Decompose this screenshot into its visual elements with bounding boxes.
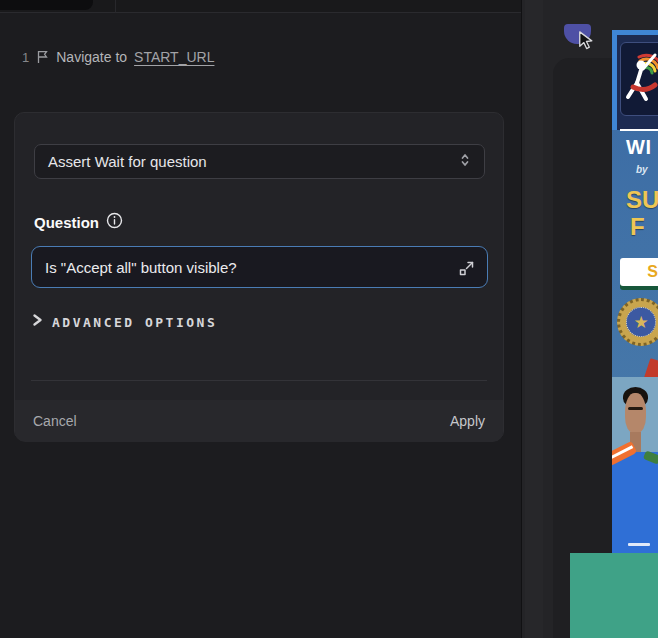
top-bar-divider [115, 0, 116, 13]
question-input[interactable] [31, 246, 488, 288]
player-photo [612, 377, 658, 553]
player-brow [628, 407, 643, 410]
top-bar-tab [0, 0, 93, 10]
step-number: 1 [22, 50, 29, 65]
site-promo-line1: SU [626, 186, 658, 213]
photo-caption-mark [628, 543, 650, 546]
site-byline-text: by [636, 164, 648, 175]
card-footer: Cancel Apply [15, 400, 503, 442]
question-label-row: Question [34, 212, 123, 233]
cancel-button[interactable]: Cancel [33, 413, 77, 429]
step-row-navigate[interactable]: 1 Navigate to START_URL [22, 49, 214, 65]
site-hero-section [612, 30, 658, 130]
mouse-cursor-icon [574, 29, 597, 52]
chevron-right-icon [32, 313, 43, 331]
assertion-type-value: Assert Wait for question [48, 153, 458, 170]
site-cta-text: S [647, 263, 658, 281]
preview-panel-strip [525, 0, 543, 638]
cricket-logo [620, 42, 658, 116]
player-face [625, 393, 646, 433]
step-action-label: Navigate to [56, 49, 127, 65]
apply-button[interactable]: Apply [450, 413, 485, 429]
site-promo-text: SU F [626, 186, 658, 240]
bcci-emblem-inner: ★ [626, 307, 656, 337]
card-divider [31, 380, 487, 381]
expand-input-button[interactable] [455, 258, 477, 278]
advanced-options-toggle[interactable]: ADVANCED OPTIONS [32, 313, 217, 331]
site-divider [620, 129, 658, 131]
site-hero-edge-top [612, 30, 658, 35]
site-hero-edge-left [612, 30, 617, 130]
flag-icon [36, 50, 49, 64]
step-editor-card: Assert Wait for question Question [14, 112, 504, 441]
site-promo-line2: F [630, 213, 658, 240]
star-icon: ★ [633, 314, 648, 331]
app-window: 1 Navigate to START_URL Assert Wait for … [0, 0, 658, 638]
assertion-type-select[interactable]: Assert Wait for question [34, 144, 485, 179]
info-icon[interactable] [106, 212, 123, 233]
question-label: Question [34, 214, 99, 231]
bcci-emblem: ★ [617, 298, 658, 346]
advanced-options-label: ADVANCED OPTIONS [52, 315, 217, 330]
site-heading-text: WI [626, 136, 651, 159]
teal-overlay-block [570, 553, 658, 638]
select-chevron-icon [458, 152, 472, 172]
player-jersey [612, 452, 658, 553]
step-target-link[interactable]: START_URL [134, 49, 214, 65]
site-cta-button[interactable]: S [620, 258, 658, 286]
webpage-preview[interactable]: WI by SU F S ★ [612, 30, 658, 553]
